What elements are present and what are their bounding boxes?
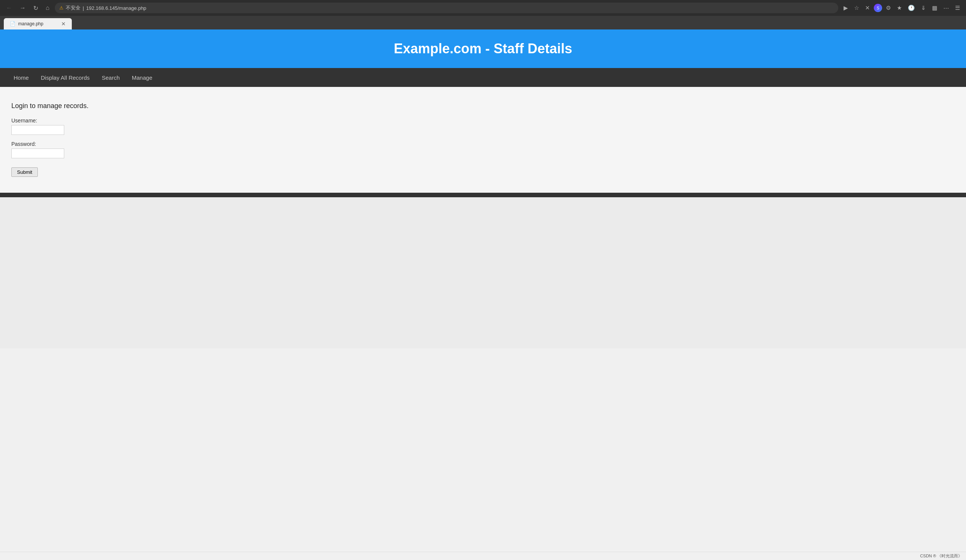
login-section: Login to manage records. Username: Passw… <box>12 102 955 177</box>
cast-button[interactable]: ▩ <box>930 3 940 13</box>
nav-manage[interactable]: Manage <box>126 69 158 86</box>
username-group: Username: <box>12 118 955 135</box>
site-nav: Home Display All Records Search Manage <box>0 68 966 87</box>
site-footer-bar <box>0 193 966 197</box>
password-group: Password: <box>12 141 955 158</box>
password-label: Password: <box>12 141 955 147</box>
page-bottom <box>0 197 966 348</box>
status-text: CSDN ® 《时光流而》 <box>920 553 962 559</box>
browser-chrome: ← → ↻ ⌂ ⚠ 不安全 | 192.168.6.145/manage.php… <box>0 0 966 16</box>
more-button[interactable]: ⋯ <box>941 3 951 13</box>
submit-button[interactable]: Submit <box>12 168 38 177</box>
site-content: Login to manage records. Username: Passw… <box>0 87 966 193</box>
tab-title: manage.php <box>18 21 58 26</box>
login-heading: Login to manage records. <box>12 102 955 110</box>
nav-display-all-records[interactable]: Display All Records <box>35 69 95 86</box>
site-header: Example.com - Staff Details <box>0 30 966 68</box>
active-tab[interactable]: 📄 manage.php ✕ <box>4 18 72 30</box>
tab-close-button[interactable]: ✕ <box>61 21 66 26</box>
back-button[interactable]: ← <box>4 3 14 13</box>
forward-button[interactable]: → <box>17 3 28 13</box>
tab-favicon: 📄 <box>10 21 15 26</box>
address-text: 不安全 <box>66 5 80 11</box>
address-url-text: 192.168.6.145/manage.php <box>86 5 146 11</box>
nav-home[interactable]: Home <box>8 69 35 86</box>
favorites-bar-button[interactable]: ★ <box>895 3 904 13</box>
browser-toolbar-right: ▶ ☆ ✕ S ⚙ ★ 🕐 ⇓ ▩ ⋯ ☰ <box>841 3 962 13</box>
address-bar[interactable]: ⚠ 不安全 | 192.168.6.145/manage.php <box>55 3 838 13</box>
sidebar-button[interactable]: ☰ <box>953 3 962 13</box>
status-bar: CSDN ® 《时光流而》 <box>0 552 966 560</box>
profile-icon[interactable]: S <box>874 4 882 12</box>
collections-button[interactable]: ⚙ <box>884 3 893 13</box>
favorites-button[interactable]: ☆ <box>852 3 861 13</box>
username-input[interactable] <box>12 125 64 135</box>
read-aloud-button[interactable]: ▶ <box>841 3 850 13</box>
home-button[interactable]: ⌂ <box>43 3 52 13</box>
close-tab-button[interactable]: ✕ <box>863 3 872 13</box>
reload-button[interactable]: ↻ <box>31 3 40 13</box>
username-label: Username: <box>12 118 955 123</box>
security-warning-icon: ⚠ <box>59 5 64 11</box>
address-url: | <box>83 5 84 11</box>
password-input[interactable] <box>12 148 64 158</box>
history-button[interactable]: 🕐 <box>905 3 917 13</box>
nav-search[interactable]: Search <box>95 69 126 86</box>
downloads-button[interactable]: ⇓ <box>919 3 928 13</box>
tab-bar: 📄 manage.php ✕ <box>0 16 966 30</box>
site-title: Example.com - Staff Details <box>8 41 958 57</box>
